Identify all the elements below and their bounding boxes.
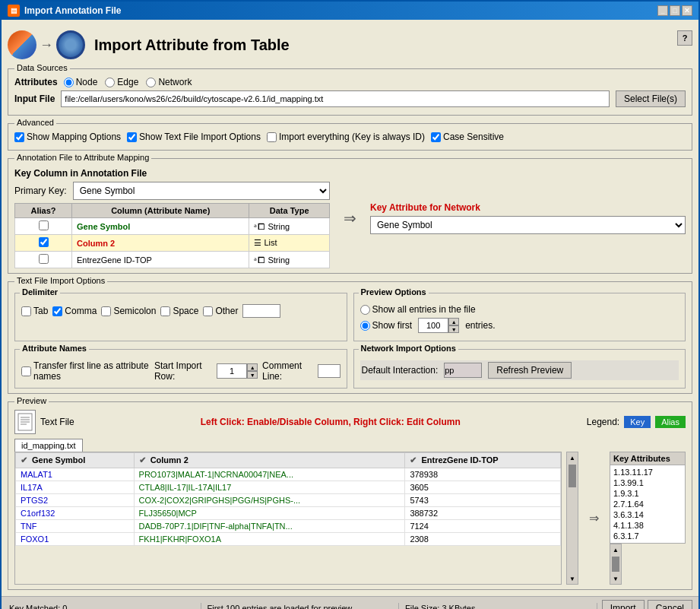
help-button[interactable]: ? [677,30,692,46]
title-bar: ▤ Import Annotation File _ □ ✕ [2,2,698,20]
table-header-row: Alias? Column (Attribute Name) Data Type [15,204,330,218]
radio-network[interactable]: Network [146,77,192,87]
spinner-up[interactable]: ▲ [448,318,459,325]
preview-scrollbar[interactable]: ▲ ▼ [566,452,578,585]
import-everything-checkbox[interactable]: Import everything (Key is always ID) [267,132,425,142]
attr-names-label: Attribute Names [20,344,89,353]
key-attrs-list: 1.13.11.17 1.3.99.1 1.9.3.1 2.7.1.64 3.6… [610,465,685,543]
key-attrs-container: Key Attributes 1.13.11.17 1.3.99.1 1.9.3… [610,452,686,585]
col2-cell: COX-2|COX2|GRIPGHS|PGG/HS|PGHS-... [134,494,405,507]
entrez-cell: 5743 [405,494,561,507]
alias-checkbox-3[interactable] [39,254,49,264]
preview-options-section: Preview Options Show all entries in the … [353,293,686,341]
key-attr-section: Key Attribute for Network Gene Symbol [370,168,686,268]
gene-cell: IL17A [16,481,135,494]
import-options-cols: Delimiter Tab Comma [14,290,686,341]
key-attr-arrow: ⇒ [583,452,605,585]
title-bar-controls: _ □ ✕ [657,5,692,16]
start-import-up[interactable]: ▲ [247,363,258,371]
gene-cell: C1orf132 [16,507,135,520]
advanced-content: Show Mapping Options Show Text File Impo… [14,132,686,142]
alias-checkbox-1[interactable] [39,220,49,230]
status-bar: Key Matched: 0 First 100 entries are loa… [2,596,698,609]
preview-col-gene[interactable]: ✔ Gene Symbol [16,453,135,468]
start-import-input[interactable] [217,363,247,379]
default-interaction-input[interactable] [444,363,482,378]
mapping-table: Alias? Column (Attribute Name) Data Type… [14,203,330,268]
table-row: Gene Symbol ᵃ⧠ String [15,218,330,235]
primary-key-select[interactable]: Gene Symbol [73,182,330,200]
comma-checkbox[interactable]: Comma [52,306,97,316]
show-mapping-checkbox[interactable]: Show Mapping Options [14,132,121,142]
pie-chart-icon [8,30,36,59]
space-checkbox[interactable]: Space [160,306,198,316]
entrez-cell: 3605 [405,481,561,494]
scroll-up-btn[interactable]: ▲ [567,452,578,463]
key-attr-select[interactable]: Gene Symbol [370,216,686,234]
preview-row: TNF DADB-70P7.1|DIF|TNF-alpha|TNFA|TN...… [16,520,561,533]
file-path-input[interactable] [61,90,610,107]
tab-checkbox[interactable]: Tab [21,306,48,316]
text-import-label: Text File Import Options [14,276,107,285]
attr-names-row: Transfer first line as attribute names S… [21,360,340,382]
show-text-checkbox[interactable]: Show Text File Import Options [127,132,261,142]
other-delimiter-input[interactable] [242,304,280,318]
col-name-3: EntrezGene ID-TOP [72,252,249,268]
start-import-spinner-btns: ▲ ▼ [247,363,258,379]
advanced-section: Advanced Show Mapping Options Show Text … [8,123,692,151]
minimize-button[interactable]: _ [657,5,668,16]
transfer-first-checkbox[interactable]: Transfer first line as attribute names [21,360,150,382]
key-attr-item: 1.3.99.1 [612,477,683,488]
mapping-content: Key Column in Annotation File Primary Ke… [14,168,686,268]
start-import-label: Start Import Row: [154,360,212,382]
case-sensitive-checkbox[interactable]: Case Sensitive [431,132,504,142]
key-scroll-thumb[interactable] [612,557,619,572]
window-title: Import Annotation File [24,5,122,16]
col-type-header: Data Type [249,204,330,218]
preview-row: MALAT1 PRO1073|MALAT-1|NCRNA00047|NEA...… [16,468,561,481]
cancel-button[interactable]: Cancel [648,600,692,609]
spinner-down[interactable]: ▼ [448,325,459,333]
other-checkbox[interactable]: Other [203,306,238,316]
title-bar-left: ▤ Import Annotation File [8,5,122,17]
preview-col-entrez[interactable]: ✔ EntrezGene ID-TOP [405,453,561,468]
preview-row: C1orf132 FLJ35650|MCP 388732 [16,507,561,520]
attributes-radio-group: Node Edge Network [64,77,192,87]
entries-count-input[interactable] [418,318,448,333]
close-button[interactable]: ✕ [682,5,692,16]
key-scroll-up[interactable]: ▲ [610,544,621,555]
semicolon-checkbox[interactable]: Semicolon [101,306,156,316]
delimiter-label: Delimiter [20,287,60,297]
radio-edge[interactable]: Edge [105,77,138,87]
main-window: ▤ Import Annotation File _ □ ✕ → Import … [0,0,700,609]
text-import-section: Text File Import Options Delimiter Tab [8,281,692,394]
primary-key-label: Primary Key: [14,186,67,196]
comment-input[interactable] [318,364,340,378]
scroll-down-btn[interactable]: ▼ [567,573,578,584]
table-row: EntrezGene ID-TOP ᵃ⧠ String [15,252,330,268]
select-files-button[interactable]: Select File(s) [616,90,686,107]
entries-label: entries. [465,320,495,331]
key-attrs-scrollbar[interactable]: ▲ ▼ [610,544,622,585]
key-scroll-down[interactable]: ▼ [610,573,621,584]
maximize-button[interactable]: □ [670,5,680,16]
preview-row: IL17A CTLA8|IL-17|IL-17A|IL17 3605 [16,481,561,494]
show-first-radio[interactable]: Show first [360,320,413,331]
scroll-thumb[interactable] [569,465,576,487]
file-tab[interactable]: id_mapping.txt [14,439,83,452]
preview-col-col2[interactable]: ✔ Column 2 [134,453,405,468]
table-row: Column 2 ☰ List [15,235,330,252]
radio-node[interactable]: Node [64,77,98,87]
data-sources-label: Data Sources [14,63,70,72]
entrez-cell: 7124 [405,520,561,533]
import-button[interactable]: Import [602,600,645,609]
alias-checkbox-2[interactable] [39,237,49,247]
start-import-down[interactable]: ▼ [247,371,258,379]
gene-cell: TNF [16,520,135,533]
preview-info-status: First 100 entries are loaded for preview… [204,603,400,609]
show-all-radio[interactable]: Show all entries in the file [360,304,679,315]
entries-spinner: ▲ ▼ [418,318,459,333]
main-content: → Import Attribute from Table ? Data Sou… [2,20,698,596]
tab-row: id_mapping.txt [14,439,686,452]
refresh-preview-button[interactable]: Refresh Preview [488,362,572,379]
